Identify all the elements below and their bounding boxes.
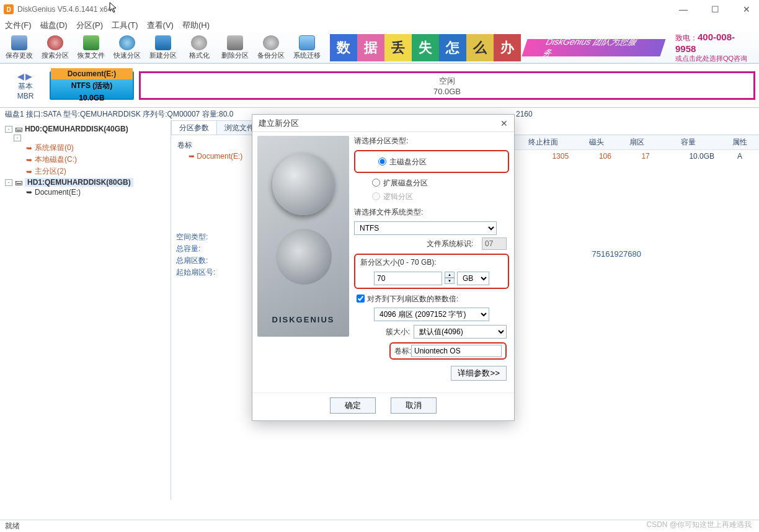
banner-blocks: 数 据 丢 失 怎 么 办	[330, 34, 521, 61]
migrate-icon	[299, 35, 315, 50]
dialog-titlebar[interactable]: 建立新分区 ✕	[252, 115, 514, 132]
menu-file[interactable]: 文件(F)	[5, 20, 32, 31]
minimize-button[interactable]: —	[674, 2, 693, 17]
tool-new[interactable]: 新建分区	[148, 35, 179, 60]
col-cap: 容量	[656, 135, 721, 150]
spin-up[interactable]: ▲	[445, 272, 455, 278]
search-icon	[47, 35, 63, 50]
status-text: 就绪	[5, 521, 20, 531]
banner-char: 办	[494, 34, 521, 61]
cluster-label: 簇大小:	[386, 327, 410, 337]
ok-button[interactable]: 确定	[330, 397, 376, 414]
disk-mbr-label: MBR	[17, 92, 34, 100]
menu-disk[interactable]: 磁盘(D)	[40, 20, 68, 31]
disk-tree[interactable]: - 🖴 HD0:QEMUHARDDISK(40GB) - ➥ 系统保留(0) ➥…	[0, 120, 171, 500]
free-space-box[interactable]: 空闲 70.0GB	[139, 71, 755, 100]
detail-button[interactable]: 详细参数>>	[451, 366, 507, 381]
delete-icon	[227, 35, 243, 50]
statusbar: 就绪	[0, 520, 759, 532]
free-size: 70.0GB	[433, 87, 461, 96]
part-icon: ➥	[26, 156, 32, 164]
partition-size: 10.0GB	[79, 92, 104, 104]
size-input[interactable]	[374, 272, 442, 285]
tool-recover[interactable]: 恢复文件	[76, 35, 107, 60]
toolbar: 保存更改 搜索分区 恢复文件 快速分区 新建分区 格式化 删除分区 备份分区 系…	[0, 32, 759, 63]
col-head: 磁头	[575, 135, 618, 150]
volume-input[interactable]	[411, 345, 502, 357]
part-icon: ➥	[26, 144, 32, 153]
banner-char: 失	[412, 34, 439, 61]
save-icon	[11, 35, 27, 50]
tool-quick[interactable]: 快速分区	[112, 35, 143, 60]
banner-char: 怎	[439, 34, 466, 61]
align-checkbox[interactable]	[357, 295, 365, 303]
banner-slogan: DiskGenius 团队为您服务	[522, 39, 665, 56]
spin-down[interactable]: ▼	[445, 278, 455, 284]
unit-select[interactable]: GB	[457, 272, 489, 285]
close-button[interactable]: ✕	[738, 2, 755, 17]
size-label: 新分区大小(0 - 70 GB):	[360, 257, 503, 268]
partition-table: 终止柱面 磁头 扇区 容量 属性 1305 106 17 10.0GB A	[511, 135, 759, 162]
tree-toggle[interactable]: -	[5, 179, 12, 186]
new-partition-dialog: 建立新分区 ✕ DISKGENIUS 请选择分区类型: 主磁盘分区 扩展磁盘分区…	[252, 114, 515, 421]
col-attr: 属性	[721, 135, 759, 150]
partition-name: Document(E:)	[51, 68, 133, 79]
tool-backup[interactable]: 备份分区	[255, 35, 286, 60]
banner-char: 数	[330, 34, 357, 61]
tool-search[interactable]: 搜索分区	[40, 35, 71, 60]
align-select[interactable]: 4096 扇区 (2097152 字节)	[374, 308, 489, 321]
tool-delete[interactable]: 删除分区	[220, 35, 251, 60]
cluster-select[interactable]: 默认值(4096)	[414, 325, 507, 339]
format-icon	[191, 35, 207, 50]
tree-item[interactable]: 本地磁盘(C:)	[35, 154, 77, 165]
nav-arrows[interactable]: ◀▶	[17, 71, 33, 81]
radio-logical: 逻辑分区	[369, 190, 507, 202]
tree-item[interactable]: 系统保留(0)	[35, 143, 74, 153]
menu-partition[interactable]: 分区(P)	[76, 20, 103, 31]
col-sector: 扇区	[618, 135, 656, 150]
space-total: 总容量:	[176, 244, 215, 254]
menu-tools[interactable]: 工具(T)	[112, 20, 138, 31]
partition-document-e[interactable]: Document(E:) NTFS (活动) 10.0GB	[50, 71, 134, 100]
tool-save[interactable]: 保存更改	[4, 35, 35, 60]
tree-item[interactable]: 主分区(2)	[35, 166, 66, 177]
tool-migrate[interactable]: 系统迁移	[291, 35, 322, 60]
radio-primary[interactable]: 主磁盘分区	[375, 156, 500, 167]
tab-params[interactable]: 分区参数	[171, 120, 217, 135]
tree-hd1[interactable]: HD1:QEMUHARDDISK(80GB)	[25, 178, 133, 187]
cursor-icon	[109, 2, 118, 15]
col-endcyl: 终止柱面	[511, 135, 575, 150]
dialog-close-button[interactable]: ✕	[500, 118, 508, 128]
size-spinner[interactable]: ▲▼	[445, 272, 455, 285]
titlebar: D DiskGenius V5.4.6.1441 x64 — ☐ ✕	[0, 0, 759, 19]
disk-icon: 🖴	[15, 125, 22, 133]
tree-toggle[interactable]: -	[5, 126, 12, 133]
fs-select[interactable]: NTFS	[354, 221, 497, 235]
table-row[interactable]: 1305 106 17 10.0GB A	[511, 150, 759, 163]
align-checkbox-label[interactable]: 对齐到下列扇区数的整数倍:	[354, 295, 458, 303]
fsid-value: 07	[482, 237, 507, 250]
cancel-button[interactable]: 取消	[391, 397, 437, 414]
menu-view[interactable]: 查看(V)	[147, 20, 174, 31]
tree-item[interactable]: Document(E:)	[35, 188, 81, 197]
dialog-title: 建立新分区	[259, 118, 299, 129]
dialog-form: 请选择分区类型: 主磁盘分区 扩展磁盘分区 逻辑分区 请选择文件系统类型: NT…	[354, 136, 509, 388]
partition-fs: NTFS (活动)	[71, 79, 113, 92]
space-type: 空间类型:	[176, 232, 215, 242]
tree-hd0[interactable]: HD0:QEMUHARDDISK(40GB)	[25, 125, 128, 133]
tool-format[interactable]: 格式化	[184, 35, 215, 60]
menubar: 文件(F) 磁盘(D) 分区(P) 工具(T) 查看(V) 帮助(H)	[0, 19, 759, 32]
fs-type-label: 请选择文件系统类型:	[354, 207, 509, 218]
dialog-footer: 确定 取消	[252, 392, 514, 417]
quick-icon	[119, 35, 135, 50]
dialog-image-text: DISKGENIUS	[257, 315, 349, 324]
menu-help[interactable]: 帮助(H)	[182, 20, 210, 31]
tree-toggle[interactable]: -	[14, 135, 21, 141]
space-sectors: 总扇区数:	[176, 255, 215, 266]
banner-char: 么	[466, 34, 494, 61]
align-row: 对齐到下列扇区数的整数倍: 4096 扇区 (2097152 字节)	[354, 293, 509, 321]
partition-type-label: 请选择分区类型:	[354, 136, 509, 146]
radio-extended[interactable]: 扩展磁盘分区	[369, 177, 507, 188]
banner-phone[interactable]: 致电：400-008-9958 或点击此处选择QQ咨询	[675, 32, 755, 63]
maximize-button[interactable]: ☐	[706, 2, 724, 17]
